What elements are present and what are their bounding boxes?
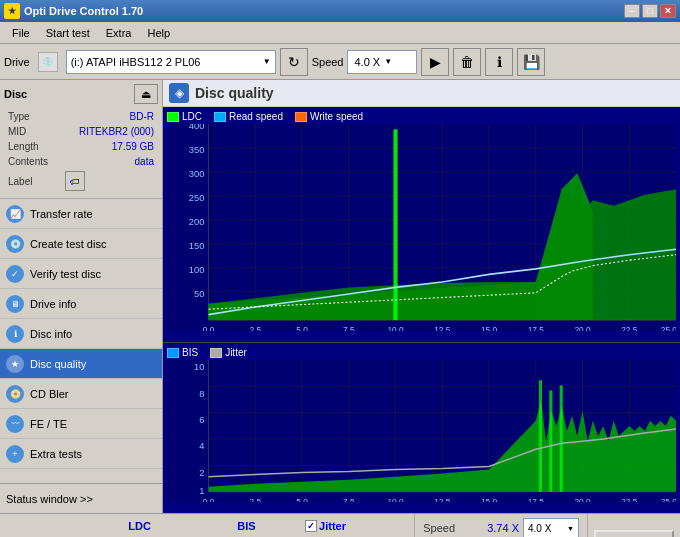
svg-text:2: 2 xyxy=(199,468,204,478)
fe-te-icon: 〰 xyxy=(6,415,24,433)
nav-verify-test-disc-label: Verify test disc xyxy=(30,268,101,280)
svg-text:200: 200 xyxy=(189,216,205,227)
title-bar: ★ Opti Drive Control 1.70 ─ □ ✕ xyxy=(0,0,680,22)
nav-disc-info[interactable]: ℹ Disc info xyxy=(0,319,162,349)
svg-text:20.0: 20.0 xyxy=(574,325,590,331)
nav-items: 📈 Transfer rate 💿 Create test disc ✓ Ver… xyxy=(0,199,162,469)
menu-help[interactable]: Help xyxy=(139,25,178,41)
main-area: Disc ⏏ Type BD-R MID RITEKBR2 (000) Leng… xyxy=(0,80,680,513)
ldc-color xyxy=(167,112,179,122)
sidebar: Disc ⏏ Type BD-R MID RITEKBR2 (000) Leng… xyxy=(0,80,163,513)
svg-text:0.0: 0.0 xyxy=(203,497,215,502)
nav-extra-tests-label: Extra tests xyxy=(30,448,82,460)
svg-text:8: 8 xyxy=(199,389,204,399)
extra-tests-icon: + xyxy=(6,445,24,463)
app-title: Opti Drive Control 1.70 xyxy=(24,5,624,17)
speed-row: Speed 3.74 X 4.0 X xyxy=(423,518,579,537)
close-button[interactable]: ✕ xyxy=(660,4,676,18)
svg-text:25.0 GB: 25.0 GB xyxy=(661,497,676,502)
svg-text:7.5: 7.5 xyxy=(343,325,355,331)
nav-transfer-rate-label: Transfer rate xyxy=(30,208,93,220)
drive-refresh-button[interactable]: ↻ xyxy=(280,48,308,76)
jitter-col-label: Jitter xyxy=(319,520,346,532)
svg-text:0.0: 0.0 xyxy=(203,325,215,331)
svg-text:2.5: 2.5 xyxy=(250,497,262,502)
info-button[interactable]: ℹ xyxy=(485,48,513,76)
charts-area: LDC Read speed Write speed xyxy=(163,107,680,513)
write-speed-legend: Write speed xyxy=(295,111,363,122)
jitter-legend: Jitter xyxy=(210,347,247,358)
svg-text:100: 100 xyxy=(189,264,205,275)
svg-text:150: 150 xyxy=(189,240,205,251)
jitter-color xyxy=(210,348,222,358)
speed-select[interactable]: 4.0 X xyxy=(347,50,417,74)
read-speed-color xyxy=(214,112,226,122)
disc-eject-button[interactable]: ⏏ xyxy=(134,84,158,104)
svg-text:1: 1 xyxy=(199,486,204,496)
svg-text:20.0: 20.0 xyxy=(574,497,591,502)
menu-extra[interactable]: Extra xyxy=(98,25,140,41)
nav-cd-bler[interactable]: 📀 CD Bler xyxy=(0,379,162,409)
col-ldc: LDC xyxy=(83,518,196,534)
nav-fe-te[interactable]: 〰 FE / TE xyxy=(0,409,162,439)
menu-file[interactable]: File xyxy=(4,25,38,41)
chart-bottom-legend: BIS Jitter xyxy=(167,347,676,358)
content-area: ◈ Disc quality LDC Read speed xyxy=(163,80,680,513)
nav-disc-quality[interactable]: ★ Disc quality xyxy=(0,349,162,379)
speed-info: Speed 3.74 X 4.0 X Position 18006 MB Sam… xyxy=(414,514,587,537)
start-full-button[interactable]: Start full xyxy=(594,530,674,538)
disc-label-label: Label xyxy=(6,170,61,192)
jitter-checkbox[interactable]: ✓ xyxy=(305,520,317,532)
svg-text:2.5: 2.5 xyxy=(250,325,262,331)
svg-text:6: 6 xyxy=(199,415,204,425)
menu-bar: File Start test Extra Help xyxy=(0,22,680,44)
length-value: 17.59 GB xyxy=(63,140,156,153)
svg-text:15.0: 15.0 xyxy=(481,497,498,502)
status-window-button[interactable]: Status window >> xyxy=(0,483,162,513)
disc-label-icon: 🏷 xyxy=(63,170,156,192)
svg-text:17.5: 17.5 xyxy=(528,497,545,502)
menu-start-test[interactable]: Start test xyxy=(38,25,98,41)
drive-toolbar: Drive 💿 (i:) ATAPI iHBS112 2 PL06 ↻ Spee… xyxy=(0,44,680,80)
nav-fe-te-label: FE / TE xyxy=(30,418,67,430)
col-jitter-check: ✓ Jitter xyxy=(297,518,406,534)
nav-disc-info-label: Disc info xyxy=(30,328,72,340)
nav-verify-test-disc[interactable]: ✓ Verify test disc xyxy=(0,259,162,289)
speed-info-select[interactable]: 4.0 X xyxy=(523,518,579,537)
type-value: BD-R xyxy=(63,110,156,123)
svg-text:17.5: 17.5 xyxy=(528,325,544,331)
read-speed-legend: Read speed xyxy=(214,111,283,122)
stats-table: LDC BIS ✓ Jitter Avg 25.23 0.36 10.3% xyxy=(0,514,414,537)
bis-color xyxy=(167,348,179,358)
save-button[interactable]: 💾 xyxy=(517,48,545,76)
chart-top: LDC Read speed Write speed xyxy=(163,107,680,343)
drive-select[interactable]: (i:) ATAPI iHBS112 2 PL06 xyxy=(66,50,276,74)
erase-button[interactable]: 🗑 xyxy=(453,48,481,76)
quality-header-icon: ◈ xyxy=(169,83,189,103)
svg-text:300: 300 xyxy=(189,168,205,179)
svg-text:250: 250 xyxy=(189,192,205,203)
nav-create-test-disc[interactable]: 💿 Create test disc xyxy=(0,229,162,259)
disc-title: Disc xyxy=(4,88,27,100)
window-controls: ─ □ ✕ xyxy=(624,4,676,18)
write-speed-color xyxy=(295,112,307,122)
svg-text:22.5: 22.5 xyxy=(621,497,638,502)
bottom-chart-svg: 10 8 6 4 2 1 20% 16% 12% 8% 4% 0.0 2 xyxy=(167,360,676,502)
svg-rect-91 xyxy=(549,390,552,491)
top-chart-svg: 400 350 300 250 200 150 100 50 8 X 7 X 6… xyxy=(167,124,676,331)
length-label: Length xyxy=(6,140,61,153)
speed-apply-button[interactable]: ▶ xyxy=(421,48,449,76)
nav-drive-info[interactable]: 🖥 Drive info xyxy=(0,289,162,319)
svg-rect-90 xyxy=(539,380,542,492)
bis-legend: BIS xyxy=(167,347,198,358)
nav-disc-quality-label: Disc quality xyxy=(30,358,86,370)
disc-info-table: Type BD-R MID RITEKBR2 (000) Length 17.5… xyxy=(4,108,158,194)
maximize-button[interactable]: □ xyxy=(642,4,658,18)
nav-extra-tests[interactable]: + Extra tests xyxy=(0,439,162,469)
svg-text:7.5: 7.5 xyxy=(343,497,355,502)
nav-transfer-rate[interactable]: 📈 Transfer rate xyxy=(0,199,162,229)
drive-icon: 💿 xyxy=(38,52,58,72)
transfer-rate-icon: 📈 xyxy=(6,205,24,223)
drive-info-icon: 🖥 xyxy=(6,295,24,313)
minimize-button[interactable]: ─ xyxy=(624,4,640,18)
